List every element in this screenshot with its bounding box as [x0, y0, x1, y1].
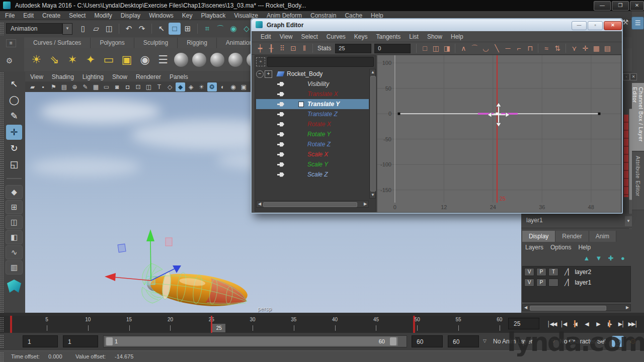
- motion-blur-icon[interactable]: ◉: [228, 82, 238, 92]
- film-gate-icon[interactable]: ▭: [102, 82, 111, 92]
- channel-pin-icon[interactable]: [277, 82, 284, 86]
- snap-grid-icon[interactable]: ⌗: [201, 23, 213, 35]
- material-sphere-icon[interactable]: [228, 53, 243, 67]
- field-chart-icon[interactable]: ⊡: [133, 82, 143, 92]
- channel-checkbox-icon[interactable]: [298, 102, 304, 107]
- filter-icon[interactable]: ⌖: [256, 57, 265, 66]
- new-layer-icon[interactable]: ✚: [605, 254, 617, 263]
- panel-menu-renderer[interactable]: Renderer: [136, 73, 161, 80]
- panel-menu-panels[interactable]: Panels: [170, 73, 188, 80]
- toolbar-grip[interactable]: [0, 22, 4, 35]
- scroll-up-icon[interactable]: ▲: [370, 69, 376, 75]
- layer-color-swatch[interactable]: ╱▏: [565, 279, 573, 286]
- ao-icon[interactable]: ◐: [218, 82, 227, 92]
- ambient-light-icon[interactable]: ✶: [64, 51, 81, 68]
- select-tool-icon[interactable]: ↖: [6, 76, 22, 92]
- ge-menu-list[interactable]: List: [409, 33, 419, 40]
- single-pane-layout-icon[interactable]: ◆: [6, 185, 23, 199]
- channel-pin-icon[interactable]: [277, 152, 284, 157]
- paint-select-tool-icon[interactable]: ✎: [6, 109, 22, 124]
- keyframe[interactable]: [598, 113, 600, 115]
- insert-key-icon[interactable]: ╂: [266, 43, 277, 53]
- step-tangent-icon[interactable]: ⌐: [513, 43, 524, 53]
- bookmark-icon[interactable]: ⚑: [49, 82, 58, 92]
- lasso-tool-icon[interactable]: ◯: [6, 93, 22, 108]
- channel-row-translate-z[interactable]: Translate Z: [256, 109, 369, 119]
- stats-value-field[interactable]: 0: [374, 44, 411, 53]
- time-slider-grip[interactable]: [0, 317, 4, 332]
- camera-icon[interactable]: ◉: [136, 51, 153, 68]
- camera-select-icon[interactable]: ▰: [28, 82, 37, 92]
- new-layer-selected-icon[interactable]: ●: [617, 254, 629, 263]
- two-pane-layout-icon[interactable]: ◧: [6, 230, 23, 244]
- keyframe[interactable]: [398, 113, 400, 115]
- gear-icon[interactable]: ⚙: [6, 56, 13, 65]
- layer-menu-layers[interactable]: Layers: [525, 244, 543, 251]
- range-end-handle[interactable]: [390, 337, 396, 345]
- layer-template-toggle[interactable]: T: [548, 268, 558, 276]
- stats-frame-field[interactable]: 25: [335, 44, 371, 53]
- save-scene-icon[interactable]: ◫: [103, 23, 115, 35]
- animation-start-field[interactable]: 1: [23, 335, 58, 347]
- ge-minimize-button[interactable]: —: [572, 21, 587, 30]
- retime-tool-icon[interactable]: ⫴: [299, 43, 310, 53]
- manipulator-x-arrow[interactable]: [105, 273, 116, 281]
- layer-playback-toggle[interactable]: P: [536, 279, 546, 287]
- layer-list-hscrollbar[interactable]: ◀ ▶: [522, 304, 631, 311]
- layer-color-swatch[interactable]: ╱▏: [565, 268, 573, 276]
- channel-pin-icon[interactable]: [277, 112, 284, 117]
- outliner-hscrollbar[interactable]: ◀ ▶: [256, 201, 369, 208]
- channel-row-rotate-z[interactable]: Rotate Z: [256, 139, 369, 149]
- scroll-down-icon[interactable]: ▼: [625, 216, 632, 226]
- spot-light-icon[interactable]: ✦: [82, 51, 99, 68]
- select-component-icon[interactable]: ⊞: [182, 23, 194, 35]
- channel-box-toggle-icon[interactable]: ☰: [631, 17, 644, 30]
- shaded-icon[interactable]: ◆: [176, 82, 185, 92]
- region-select-icon[interactable]: ⊡: [288, 43, 299, 53]
- range-slider-track[interactable]: 1 60: [105, 337, 398, 346]
- four-pane-layout-icon[interactable]: ⊞: [6, 200, 23, 214]
- snap-curve-icon[interactable]: ⌒: [214, 23, 226, 35]
- channel-row-scale-x[interactable]: Scale X: [256, 149, 369, 159]
- range-slider[interactable]: 1 60: [103, 335, 407, 347]
- light-editor-icon[interactable]: ☰: [154, 51, 172, 68]
- menu-key[interactable]: Key: [182, 12, 193, 19]
- tab-anim[interactable]: Anim: [589, 231, 616, 242]
- linear-tangent-icon[interactable]: ╲: [491, 43, 502, 53]
- wireframe-icon[interactable]: ◇: [165, 82, 175, 92]
- panel-menu-shading[interactable]: Shading: [52, 73, 74, 80]
- close-button[interactable]: ✕: [630, 1, 644, 11]
- channel-box-item[interactable]: layer1: [526, 217, 543, 224]
- menu-create[interactable]: Create: [42, 12, 60, 19]
- ge-menu-edit[interactable]: Edit: [261, 33, 271, 40]
- channel-row-rotate-x[interactable]: Rotate X: [256, 119, 369, 129]
- move-nearest-key-icon[interactable]: ┿: [255, 43, 266, 53]
- scrollbar-thumb[interactable]: [263, 202, 357, 207]
- scroll-down-icon[interactable]: ▼: [370, 192, 376, 198]
- layer-row-layer1[interactable]: VP╱▏layer1: [523, 277, 630, 288]
- playback-end-field[interactable]: 60: [412, 335, 443, 347]
- flat-tangent-icon[interactable]: ─: [502, 43, 513, 53]
- channel-row-scale-y[interactable]: Scale Y: [256, 159, 369, 169]
- material-sphere-icon[interactable]: [174, 53, 188, 67]
- animation-curve-plot[interactable]: 100500-50-100-15001224364825: [377, 55, 621, 212]
- panel-close-icon[interactable]: ✕: [630, 73, 637, 80]
- expand-icon[interactable]: +: [265, 70, 272, 78]
- channel-row-rotate-y[interactable]: Rotate Y: [256, 129, 369, 139]
- shelf-tab-polygons[interactable]: Polygons: [91, 38, 134, 48]
- menu-file[interactable]: File: [5, 12, 15, 19]
- scrollbar-thumb[interactable]: [370, 76, 376, 192]
- camera-lock-icon[interactable]: ▪: [38, 82, 48, 92]
- ge-menu-view[interactable]: View: [280, 33, 293, 40]
- layer-visibility-toggle[interactable]: V: [524, 279, 534, 287]
- layer-playback-toggle[interactable]: P: [536, 268, 546, 276]
- grease-pencil-icon[interactable]: ✎: [80, 82, 90, 92]
- rotate-tool-icon[interactable]: ↻: [6, 141, 22, 156]
- material-sphere-icon[interactable]: [210, 53, 224, 67]
- panel-menu-lighting[interactable]: Lighting: [83, 73, 104, 80]
- swap-buffer-icon[interactable]: ⇅: [552, 43, 563, 53]
- shelf-menu-icon[interactable]: ≡: [6, 39, 16, 47]
- ge-menu-keys[interactable]: Keys: [354, 33, 368, 40]
- frame-all-icon[interactable]: □: [419, 43, 430, 53]
- auto-tangent-icon[interactable]: ∧: [458, 43, 469, 53]
